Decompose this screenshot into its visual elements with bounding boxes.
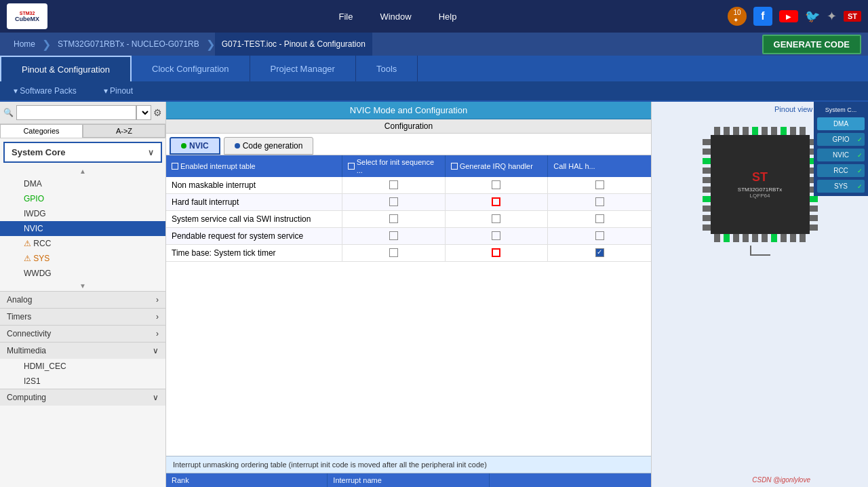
sc-btn-gpio[interactable]: GPIO ✓ bbox=[817, 133, 865, 146]
checkbox-enabled-5[interactable] bbox=[389, 248, 398, 257]
checkbox-hal-2[interactable] bbox=[595, 197, 604, 206]
share-icon[interactable]: ✦ bbox=[827, 9, 837, 24]
menu-window[interactable]: Window bbox=[380, 12, 411, 22]
sidebar-item-dma[interactable]: DMA bbox=[0, 176, 165, 191]
td-hal-1[interactable] bbox=[548, 177, 651, 193]
search-icon: 🔍 bbox=[3, 108, 14, 117]
bottom-note: Interrupt unmasking ordering table (inte… bbox=[166, 456, 651, 473]
tab-tools[interactable]: Tools bbox=[356, 56, 418, 81]
watermark: CSDN @igonlylove bbox=[752, 476, 810, 484]
pinout-view-btn[interactable]: Pinout view bbox=[774, 105, 812, 113]
td-irq-5[interactable] bbox=[446, 245, 549, 261]
checkbox-hal-4[interactable] bbox=[595, 231, 604, 240]
facebook-icon[interactable]: f bbox=[753, 7, 772, 26]
breadcrumb-board[interactable]: STM32G071RBTx - NUCLEO-G071RB bbox=[51, 33, 206, 56]
search-dropdown[interactable] bbox=[136, 105, 151, 120]
tab-pinout-config[interactable]: Pinout & Configuration bbox=[0, 56, 132, 81]
top-right-icons: 10✦ f ▶ 🐦 ✦ ST bbox=[728, 7, 861, 26]
td-irq-3[interactable] bbox=[446, 211, 549, 227]
td-irq-1[interactable] bbox=[446, 177, 549, 193]
system-c-panel: System C... DMA GPIO ✓ NVIC ✓ RCC ✓ SYS … bbox=[814, 102, 868, 196]
checkbox-irq-3[interactable] bbox=[492, 214, 500, 223]
section-timers[interactable]: Timers › bbox=[0, 308, 165, 325]
sc-btn-sys[interactable]: SYS ✓ bbox=[817, 180, 865, 193]
pin-left bbox=[703, 177, 711, 183]
td-hal-4[interactable] bbox=[548, 228, 651, 244]
td-irq-2[interactable] bbox=[446, 194, 549, 210]
sidebar-item-gpio[interactable]: GPIO bbox=[0, 191, 165, 206]
gear-icon[interactable]: ⚙ bbox=[153, 107, 162, 118]
sc-btn-nvic[interactable]: NVIC ✓ bbox=[817, 149, 865, 161]
sub-tab-pinout[interactable]: ▾ Pinout bbox=[90, 81, 146, 100]
checkbox-irq-5-highlighted[interactable] bbox=[492, 248, 500, 257]
section-connectivity[interactable]: Connectivity › bbox=[0, 325, 165, 342]
connectivity-arrow: › bbox=[156, 329, 159, 338]
section-multimedia[interactable]: Multimedia ∨ bbox=[0, 342, 165, 359]
menu-help[interactable]: Help bbox=[439, 12, 457, 22]
checkbox-enabled-1[interactable] bbox=[389, 180, 398, 189]
sidebar-item-wwdg[interactable]: WWDG bbox=[0, 266, 165, 281]
pin-left bbox=[703, 149, 711, 155]
td-enabled-5[interactable] bbox=[342, 245, 446, 261]
tab-project-manager[interactable]: Project Manager bbox=[250, 56, 356, 81]
config-tab-code-gen[interactable]: Code generation bbox=[224, 137, 314, 155]
sidebar-item-i2s1[interactable]: I2S1 bbox=[0, 374, 165, 389]
pin-top bbox=[771, 127, 777, 135]
td-hal-2[interactable] bbox=[548, 194, 651, 210]
sc-btn-dma[interactable]: DMA bbox=[817, 117, 865, 130]
sidebar-item-nvic[interactable]: NVIC bbox=[0, 221, 165, 236]
tab-clock-config[interactable]: Clock Configuration bbox=[132, 56, 250, 81]
sidebar-item-rcc[interactable]: ⚠ RCC bbox=[0, 236, 165, 251]
pin-bottom bbox=[762, 234, 768, 242]
config-tab-nvic[interactable]: NVIC bbox=[170, 137, 220, 155]
td-enabled-4[interactable] bbox=[342, 228, 446, 244]
td-enabled-3[interactable] bbox=[342, 211, 446, 227]
checkbox-enabled-4[interactable] bbox=[389, 231, 398, 240]
sidebar-item-iwdg[interactable]: IWDG bbox=[0, 206, 165, 221]
sub-tab-software-packs[interactable]: ▾ Software Packs bbox=[0, 81, 90, 100]
chip-body: ST STM32G071RBTx LQFP64 bbox=[711, 135, 810, 234]
breadcrumb-home[interactable]: Home bbox=[7, 33, 42, 56]
checkbox-hal-1[interactable] bbox=[595, 180, 604, 189]
sidebar-item-sys[interactable]: ⚠ SYS bbox=[0, 251, 165, 266]
section-computing[interactable]: Computing ∨ bbox=[0, 389, 165, 406]
td-hal-3[interactable] bbox=[548, 211, 651, 227]
td-enabled-1[interactable] bbox=[342, 177, 446, 193]
view-tab-az[interactable]: A->Z bbox=[83, 124, 165, 138]
sidebar-item-hdmi-cec[interactable]: HDMI_CEC bbox=[0, 359, 165, 374]
generate-code-button[interactable]: GENERATE CODE bbox=[762, 35, 861, 54]
checkbox-irq-4[interactable] bbox=[492, 231, 500, 240]
checkbox-irq-2-highlighted[interactable] bbox=[492, 197, 500, 206]
breadcrumb-file[interactable]: G071-TEST.ioc - Pinout & Configuration bbox=[215, 33, 372, 56]
logo-area: STM32 CubeMX bbox=[7, 3, 68, 29]
chip-container: ST STM32G071RBTx LQFP64 bbox=[703, 127, 818, 242]
connector-area bbox=[652, 246, 868, 256]
td-name-4: Pendable request for system service bbox=[166, 228, 342, 244]
chip-model: STM32G071RBTx bbox=[738, 187, 782, 193]
td-enabled-2[interactable] bbox=[342, 194, 446, 210]
th-rank-extra bbox=[490, 473, 651, 487]
youtube-icon[interactable]: ▶ bbox=[779, 10, 798, 22]
view-tab-categories[interactable]: Categories bbox=[0, 124, 83, 138]
td-hal-5[interactable]: ✓ bbox=[548, 245, 651, 261]
td-irq-4[interactable] bbox=[446, 228, 549, 244]
search-input[interactable] bbox=[16, 105, 136, 120]
checkbox-enabled-3[interactable] bbox=[389, 214, 398, 223]
menu-file[interactable]: File bbox=[338, 12, 353, 22]
pin-top-green bbox=[781, 127, 787, 135]
sc-btn-rcc[interactable]: RCC ✓ bbox=[817, 164, 865, 177]
checkbox-hal-5-checked[interactable]: ✓ bbox=[595, 248, 604, 257]
checkbox-enabled-2[interactable] bbox=[389, 197, 398, 206]
section-analog[interactable]: Analog › bbox=[0, 291, 165, 308]
system-core-header[interactable]: System Core ∨ bbox=[3, 142, 162, 163]
checkbox-hal-3[interactable] bbox=[595, 214, 604, 223]
code-gen-tab-label: Code generation bbox=[243, 141, 303, 151]
th-enabled: Enabled interrupt table bbox=[166, 155, 342, 177]
pin-bottom bbox=[733, 234, 739, 242]
pin-left bbox=[703, 139, 711, 145]
twitter-icon[interactable]: 🐦 bbox=[805, 9, 820, 24]
pin-right-green bbox=[810, 196, 818, 202]
th-rank: Rank bbox=[166, 473, 328, 487]
main-tabs: Pinout & Configuration Clock Configurati… bbox=[0, 56, 868, 81]
checkbox-irq-1[interactable] bbox=[492, 180, 500, 189]
